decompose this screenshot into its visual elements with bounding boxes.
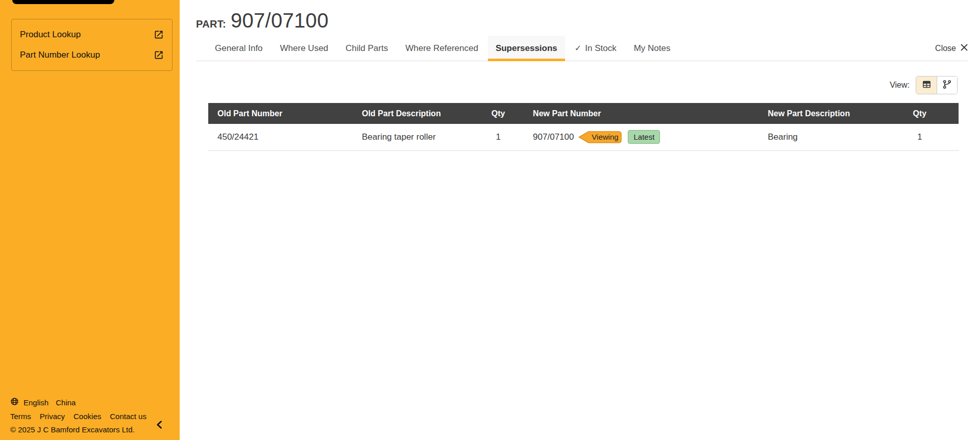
product-lookup-link[interactable]: Product Lookup bbox=[20, 24, 164, 45]
part-number-lookup-label: Part Number Lookup bbox=[20, 50, 100, 60]
col-old-qty: Qty bbox=[473, 103, 524, 124]
col-new-qty: Qty bbox=[881, 103, 959, 124]
sidebar-collapse-button[interactable] bbox=[153, 419, 166, 432]
old-part-description-cell: Bearing taper roller bbox=[353, 124, 473, 150]
part-number: 907/07100 bbox=[231, 9, 329, 32]
close-icon bbox=[961, 44, 968, 53]
col-new-part-number: New Part Number bbox=[524, 103, 758, 124]
brand-logo-text: JCB bbox=[12, 0, 114, 4]
table-view-icon bbox=[922, 80, 932, 91]
supersessions-table: Old Part Number Old Part Description Qty… bbox=[208, 103, 959, 151]
tab-label: Where Referenced bbox=[405, 43, 478, 54]
svg-text:Viewing: Viewing bbox=[592, 133, 619, 141]
tree-view-button[interactable] bbox=[937, 76, 957, 94]
tab-label: In Stock bbox=[585, 43, 616, 54]
tab-label: My Notes bbox=[634, 43, 671, 54]
external-link-icon bbox=[154, 50, 164, 60]
table-header-row: Old Part Number Old Part Description Qty… bbox=[208, 103, 959, 124]
latest-badge: Latest bbox=[628, 130, 660, 144]
part-label: PART: bbox=[196, 18, 226, 30]
main-content: PART: 907/07100 General Info Where Used … bbox=[180, 0, 980, 440]
view-toggle-group bbox=[916, 76, 958, 94]
viewing-badge: Viewing bbox=[578, 130, 623, 144]
part-number-lookup-link[interactable]: Part Number Lookup bbox=[20, 45, 164, 65]
lookup-panel: Product Lookup Part Number Lookup bbox=[11, 19, 173, 71]
table-row: 450/24421 Bearing taper roller 1 907/071… bbox=[208, 124, 959, 150]
brand-logo[interactable]: JCB bbox=[12, 0, 114, 5]
tab-where-used[interactable]: Where Used bbox=[273, 36, 336, 61]
close-button[interactable]: Close bbox=[935, 44, 968, 53]
sidebar-footer: English China Terms Privacy Cookies Cont… bbox=[10, 397, 146, 434]
col-new-part-description: New Part Description bbox=[758, 103, 881, 124]
chevron-left-icon bbox=[155, 420, 165, 431]
region-link[interactable]: China bbox=[56, 398, 76, 407]
tab-child-parts[interactable]: Child Parts bbox=[338, 36, 396, 61]
page-title: PART: 907/07100 bbox=[196, 9, 968, 32]
globe-icon bbox=[10, 397, 19, 407]
tab-supersessions[interactable]: Supersessions bbox=[488, 36, 565, 61]
tab-in-stock[interactable]: ✓ In Stock bbox=[567, 36, 624, 61]
cookies-link[interactable]: Cookies bbox=[74, 412, 101, 421]
tab-label: Child Parts bbox=[346, 43, 388, 54]
view-toggle-row: View: bbox=[196, 76, 968, 94]
old-part-number-cell: 450/24421 bbox=[208, 124, 353, 150]
terms-link[interactable]: Terms bbox=[10, 412, 31, 421]
close-label: Close bbox=[935, 44, 956, 53]
sidebar: JCB Product Lookup Part Number Lookup bbox=[0, 0, 180, 440]
old-qty-cell: 1 bbox=[473, 124, 524, 150]
language-link[interactable]: English bbox=[23, 398, 48, 407]
tab-label: Supersessions bbox=[496, 43, 557, 54]
copyright-text: © 2025 J C Bamford Excavators Ltd. bbox=[10, 425, 146, 434]
col-old-part-description: Old Part Description bbox=[353, 103, 473, 124]
external-link-icon bbox=[154, 30, 164, 40]
tree-branch-icon bbox=[942, 80, 952, 91]
table-view-button[interactable] bbox=[916, 76, 937, 94]
check-icon: ✓ bbox=[575, 43, 581, 53]
new-part-description-cell: Bearing bbox=[758, 124, 881, 150]
tab-label: General Info bbox=[215, 43, 263, 54]
new-part-number-value: 907/07100 bbox=[533, 132, 574, 142]
new-qty-cell: 1 bbox=[881, 124, 959, 150]
new-part-number-cell: 907/07100 Viewing Latest bbox=[524, 124, 758, 150]
tab-my-notes[interactable]: My Notes bbox=[626, 36, 678, 61]
tab-where-referenced[interactable]: Where Referenced bbox=[398, 36, 486, 61]
product-lookup-label: Product Lookup bbox=[20, 30, 81, 40]
contact-us-link[interactable]: Contact us bbox=[110, 412, 146, 421]
privacy-link[interactable]: Privacy bbox=[40, 412, 65, 421]
view-label: View: bbox=[890, 81, 910, 90]
col-old-part-number: Old Part Number bbox=[208, 103, 353, 124]
tab-bar: General Info Where Used Child Parts Wher… bbox=[196, 36, 968, 61]
tab-general-info[interactable]: General Info bbox=[207, 36, 271, 61]
tab-label: Where Used bbox=[280, 43, 328, 54]
